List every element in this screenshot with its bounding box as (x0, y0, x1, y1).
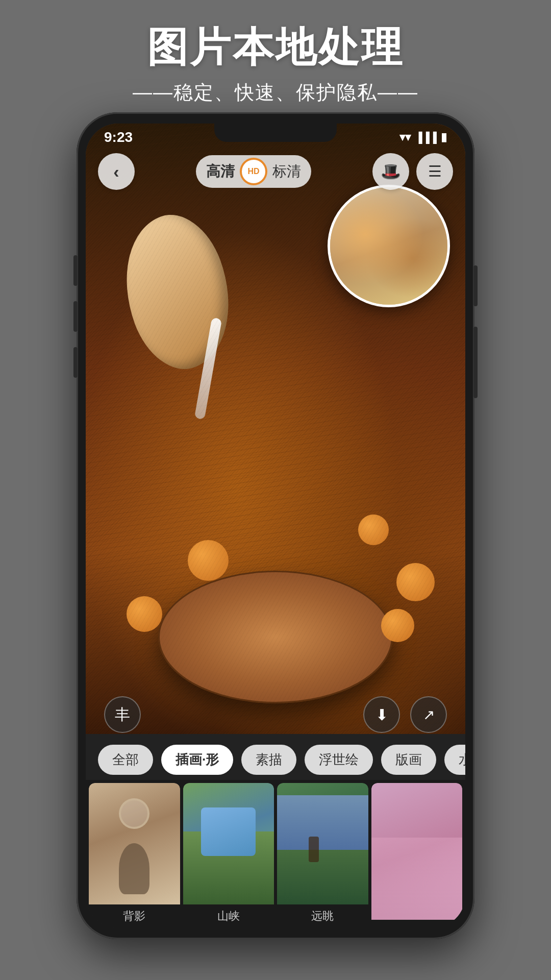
filter-label-2: 山峡 (217, 904, 240, 928)
header-area: 图片本地处理 ——稳定、快速、保护隐私—— (0, 20, 551, 106)
fruit-3 (381, 609, 414, 642)
notch (214, 124, 337, 142)
volume-button (473, 327, 478, 398)
toolbar-right: 🎩 ☰ (372, 153, 453, 190)
status-time: 9:23 (104, 129, 133, 145)
menu-icon: ☰ (428, 164, 442, 179)
quality-selector[interactable]: 高清 HD 标清 (196, 155, 311, 188)
wifi-icon: ▾▾ (399, 131, 411, 144)
filter-label-1: 背影 (123, 904, 145, 928)
battery-icon: ▮ (441, 131, 447, 144)
clock-decoration (119, 798, 149, 829)
sd-label[interactable]: 标清 (272, 162, 301, 181)
filter-item-4[interactable] (371, 783, 463, 928)
edit-icon: 丰 (115, 704, 130, 725)
share-icon: ↗ (423, 706, 435, 723)
back-button[interactable]: ‹ (98, 153, 135, 190)
hd-badge[interactable]: HD (240, 158, 267, 185)
header-title: 图片本地处理 (0, 20, 551, 76)
toolbar: ‹ 高清 HD 标清 🎩 ☰ (86, 151, 465, 192)
fruit-5 (358, 514, 389, 545)
power-button (473, 265, 478, 306)
menu-button[interactable]: ☰ (416, 153, 453, 190)
volume-down-button (73, 301, 78, 332)
filter-thumb-1 (89, 783, 180, 904)
filter-tab-sketch[interactable]: 素描 (241, 745, 296, 775)
fruit-4 (396, 563, 435, 601)
edit-button[interactable]: 丰 (104, 696, 141, 733)
filter-thumb-4 (371, 783, 463, 920)
bottom-actions: 丰 ⬇ ↗ (86, 694, 465, 735)
download-button[interactable]: ⬇ (363, 696, 400, 733)
download-icon: ⬇ (375, 706, 388, 724)
filter-tab-print[interactable]: 版画 (381, 745, 436, 775)
filter-item-beying[interactable]: 背影 (89, 783, 180, 928)
phone-screen: 9:23 ▾▾ ▐▐▐ ▮ (86, 124, 465, 928)
header-subtitle: ——稳定、快速、保护隐私—— (0, 80, 551, 106)
phone-frame: 9:23 ▾▾ ▐▐▐ ▮ (77, 112, 474, 939)
bowl-illustration (158, 571, 393, 703)
filter-tab-all[interactable]: 全部 (98, 745, 153, 775)
fruit-1 (127, 596, 162, 632)
mute-button (73, 347, 78, 378)
back-icon: ‹ (113, 162, 119, 182)
filter-tab-illustration[interactable]: 插画·形 (161, 745, 233, 775)
filter-tabs: 全部 插画·形 素描 浮世绘 版画 水... (86, 739, 465, 780)
filter-thumb-3 (277, 783, 368, 904)
main-image-area (86, 124, 465, 734)
filter-tab-water[interactable]: 水... (444, 745, 465, 775)
preview-content (330, 187, 447, 305)
signal-icon: ▐▐▐ (415, 132, 437, 143)
filter-item-yuantiao[interactable]: 远眺 (277, 783, 368, 928)
filter-label-3: 远眺 (311, 904, 334, 928)
status-icons: ▾▾ ▐▐▐ ▮ (399, 131, 447, 144)
hat-button[interactable]: 🎩 (372, 153, 409, 190)
hd-label[interactable]: 高清 (206, 162, 235, 181)
filter-tab-ukiyo[interactable]: 浮世绘 (305, 745, 373, 775)
hat-icon: 🎩 (381, 162, 401, 181)
filter-grid: 背影 山峡 远眺 (86, 780, 465, 928)
original-preview[interactable] (328, 185, 450, 307)
filter-item-shanxia[interactable]: 山峡 (183, 783, 274, 928)
filter-thumb-2 (183, 783, 274, 904)
share-button[interactable]: ↗ (410, 696, 447, 733)
fruit-2 (188, 540, 229, 581)
person-silhouette (119, 843, 149, 894)
volume-up-button (73, 255, 78, 286)
